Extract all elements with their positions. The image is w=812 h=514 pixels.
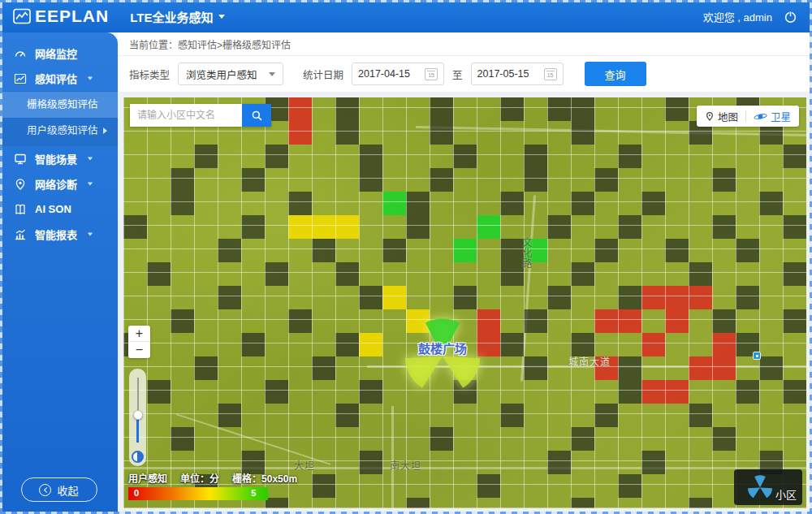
map-legend: 用户感知 单位：分 栅格：50x50m 0 5 (128, 471, 297, 500)
book-icon (14, 203, 27, 216)
legend-min: 0 (134, 488, 139, 498)
satellite-icon (754, 112, 767, 121)
calendar-icon: 15 (544, 68, 557, 80)
legend-gradient-bar: 0 5 (128, 487, 268, 500)
breadcrumb: 当前位置：感知评估>栅格级感知评估 (129, 37, 291, 51)
road-label: 城南大道 (568, 354, 611, 368)
welcome-text: 欢迎您 , admin (703, 9, 772, 24)
road-label: 南大坦 (390, 458, 421, 472)
cell-sectors-icon (745, 473, 775, 502)
app-title: LTE全业务感知 (130, 8, 213, 25)
sidebar-item-label: 网络诊断 (35, 176, 77, 192)
sidebar-item-label: AI SON (35, 203, 71, 215)
brand-logo: EEPLAN (13, 6, 109, 26)
zoom-controls: + − (128, 326, 150, 358)
sidebar-item-label: 智能场景 (35, 151, 77, 166)
logout-power-icon[interactable] (784, 10, 797, 24)
cell-layer-button[interactable]: 小区 (734, 469, 802, 505)
metric-type-value: 浏览类用户感知 (186, 67, 257, 82)
search-icon (251, 110, 263, 122)
layer-option-satellite[interactable]: 卫星 (754, 109, 791, 124)
sidebar-item-smart-scene[interactable]: 智能场景 (0, 146, 118, 171)
sidebar: 网络监控感知评估栅格级感知评估用户级感知评估智能场景网络诊断AI SON智能报表… (0, 32, 118, 514)
date-to-word: 至 (452, 67, 463, 82)
road-label: 大坦 (294, 458, 315, 472)
slider-handle[interactable] (133, 410, 143, 420)
legend-max: 5 (251, 488, 256, 498)
poi-icon (753, 352, 761, 360)
metric-type-select[interactable]: 浏览类用户感知 (178, 63, 283, 85)
sidebar-item-label: 网络监控 (35, 45, 77, 61)
map-pin-icon (705, 111, 715, 122)
opacity-slider (129, 369, 146, 466)
date-to-input[interactable]: 2017-05-15 15 (471, 63, 564, 85)
collapse-label: 收起 (57, 482, 78, 498)
chevron-down-icon (88, 233, 93, 236)
zoom-out-button[interactable]: − (128, 342, 150, 358)
sidebar-item-network-monitor[interactable]: 网络监控 (0, 41, 118, 66)
breadcrumb-bar: 当前位置：感知评估>栅格级感知评估 (118, 32, 812, 56)
legend-unit: 单位：分 (180, 471, 219, 485)
calendar-icon: 15 (425, 68, 438, 80)
monitor-icon (14, 153, 27, 166)
date-to-value: 2017-05-15 (477, 68, 529, 80)
chevron-down-icon (88, 77, 93, 80)
metric-type-label: 指标类型 (129, 67, 170, 82)
app-title-dropdown[interactable]: LTE全业务感知 (130, 8, 225, 25)
map-search (130, 104, 271, 127)
brand-name: EEPLAN (35, 6, 109, 26)
chevron-down-icon (218, 15, 225, 19)
road-label: 文化路 (520, 237, 533, 269)
zoom-in-button[interactable]: + (128, 326, 150, 342)
legend-grid-size: 栅格：50x50m (232, 471, 297, 485)
date-from-input[interactable]: 2017-04-15 15 (352, 63, 444, 85)
chevron-right-icon (103, 127, 107, 134)
sidebar-subitem-user-perception[interactable]: 用户级感知评估 (0, 118, 118, 144)
app-window: EEPLAN LTE全业务感知 欢迎您 , admin 网络监控感知评估栅格级感… (0, 0, 812, 514)
place-marker-label[interactable]: 鼓楼广场 (391, 339, 494, 356)
search-input[interactable] (130, 104, 242, 127)
trend-icon (14, 72, 27, 85)
chevron-down-icon (88, 158, 93, 161)
sidebar-item-label: 智能报表 (35, 227, 77, 242)
sidebar-item-label: 感知评估 (35, 71, 77, 86)
chevron-down-icon (88, 183, 93, 186)
divider (745, 110, 746, 122)
chevron-left-circle-icon (39, 484, 51, 496)
sidebar-subitem-label: 用户级感知评估 (27, 125, 98, 136)
pin-icon (14, 178, 27, 191)
search-button[interactable] (242, 104, 271, 127)
layer-toggle: 地图 卫星 (697, 106, 799, 127)
filter-bar: 指标类型 浏览类用户感知 统计日期 2017-04-15 15 至 2017-0… (118, 56, 812, 92)
collapse-sidebar-button[interactable]: 收起 (21, 477, 97, 502)
chevron-down-icon (269, 72, 275, 76)
query-button[interactable]: 查询 (585, 62, 646, 86)
sidebar-item-ai-son[interactable]: AI SON (0, 197, 118, 222)
sidebar-item-smart-report[interactable]: 智能报表 (0, 222, 118, 247)
date-range-label: 统计日期 (303, 67, 343, 82)
layer-option-map[interactable]: 地图 (705, 109, 738, 124)
sidebar-subitem-grid-perception[interactable]: 栅格级感知评估 (0, 92, 118, 118)
map-canvas[interactable]: 文化路城南大道大坦南大坦 鼓楼广场 地图 (123, 97, 806, 508)
cell-button-label: 小区 (775, 486, 797, 502)
layer-satellite-label: 卫星 (771, 109, 791, 124)
submenu: 栅格级感知评估用户级感知评估 (0, 91, 118, 146)
bars-icon (14, 228, 27, 241)
gauge-icon (14, 47, 27, 60)
legend-title: 用户感知 (128, 471, 167, 485)
brand-icon (13, 8, 31, 24)
date-from-value: 2017-04-15 (358, 68, 410, 80)
sidebar-item-perception-eval[interactable]: 感知评估 (0, 66, 118, 91)
layer-map-label: 地图 (718, 109, 738, 124)
top-bar: EEPLAN LTE全业务感知 欢迎您 , admin (0, 0, 812, 32)
sidebar-item-network-diagnosis[interactable]: 网络诊断 (0, 171, 118, 197)
sidebar-subitem-label: 栅格级感知评估 (27, 99, 98, 110)
contrast-icon[interactable] (132, 451, 144, 463)
